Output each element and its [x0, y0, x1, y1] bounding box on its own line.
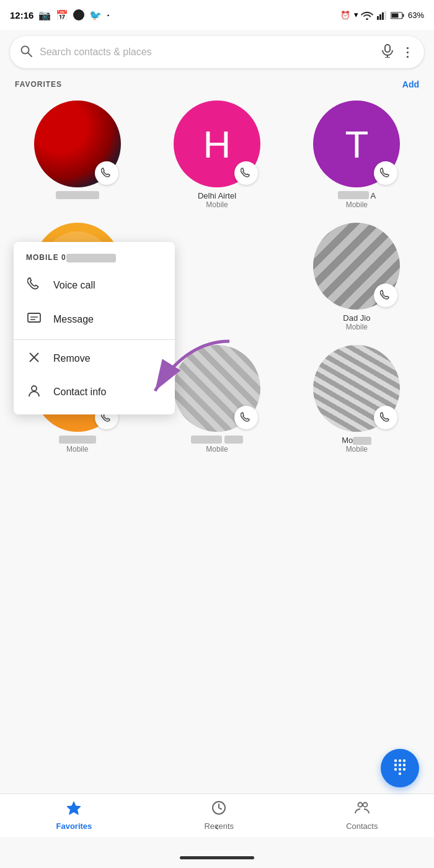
remove-item[interactable]: Remove: [14, 342, 175, 375]
back-chevron[interactable]: ‹: [215, 820, 219, 833]
voice-call-item[interactable]: Voice call: [14, 269, 175, 303]
clock-icon: [211, 800, 226, 819]
star-icon: [66, 800, 81, 819]
fav-info-3: A Mobile: [338, 191, 376, 209]
fav-sub-3: Mobile: [338, 200, 376, 209]
wifi-icon: ▾: [354, 10, 373, 20]
svg-rect-6: [402, 14, 404, 17]
dot-icon: ·: [107, 10, 109, 20]
fav-name-5: Dad Jio: [343, 313, 370, 323]
favorites-title: FAVORITES: [15, 80, 62, 89]
fav-name-1: [56, 191, 99, 200]
fav-info-6: Mobile: [59, 436, 96, 454]
fav-info-8: Mo Mobile: [342, 436, 371, 454]
contact-info-label: Contact info: [53, 387, 106, 398]
time: 12:16: [10, 10, 33, 20]
fav-contact-5[interactable]: Dad Jio Mobile: [287, 215, 427, 338]
dialpad-fab[interactable]: [381, 749, 419, 787]
search-placeholder: Search contacts & places: [40, 47, 374, 58]
svg-point-22: [403, 759, 405, 761]
call-badge-7[interactable]: [234, 406, 258, 429]
fav-name-3: A: [338, 191, 376, 200]
context-divider: [14, 339, 175, 340]
svg-point-0: [366, 18, 368, 20]
call-badge-2[interactable]: [234, 161, 258, 185]
fav-info-1: [56, 191, 99, 200]
people-icon: [355, 800, 370, 819]
signal-icon: [377, 10, 387, 20]
avatar-wrap-3: T: [313, 101, 400, 187]
avatar-wrap-5: [313, 223, 400, 310]
calendar-icon: 📅: [56, 9, 68, 21]
twitter-icon: 🐦: [89, 9, 102, 21]
x-icon: [26, 351, 42, 367]
fav-name-6a: [59, 436, 96, 445]
call-badge-5[interactable]: [374, 284, 397, 307]
fav-sub-5: Mobile: [343, 323, 370, 331]
avatar-wrap-8: [313, 345, 400, 432]
instagram-icon: 📷: [38, 9, 51, 21]
svg-line-9: [28, 53, 32, 56]
context-menu: MOBILE 0 Voice call Message Remove Conta…: [14, 242, 175, 414]
alarm-icon: ⏰: [340, 11, 350, 20]
avatar-wrap-7: [174, 345, 260, 432]
avatar-wrap-2: H: [174, 101, 260, 187]
person-icon: [26, 384, 42, 401]
nav-contacts[interactable]: Contacts: [346, 800, 378, 831]
svg-point-20: [394, 759, 397, 761]
call-badge-3[interactable]: [374, 161, 397, 185]
dialpad-icon: [391, 758, 409, 779]
svg-rect-7: [391, 14, 398, 18]
nav-favorites[interactable]: Favorites: [56, 800, 92, 831]
fav-contact-8[interactable]: Mo Mobile: [287, 338, 427, 460]
search-icon: [20, 45, 32, 60]
nav-recents-label: Recents: [204, 821, 234, 831]
fav-info-5: Dad Jio Mobile: [343, 313, 370, 331]
remove-label: Remove: [53, 353, 91, 364]
svg-marker-30: [67, 802, 81, 815]
favorites-row1: H Delhi Airtel Mobile T A Mobile: [0, 93, 434, 215]
message-label: Message: [53, 314, 94, 325]
fav-contact-1[interactable]: [7, 93, 147, 215]
fav-name-2: Delhi Airtel: [198, 191, 236, 200]
svg-point-28: [403, 767, 405, 770]
search-bar[interactable]: Search contacts & places ⋮: [10, 36, 424, 68]
more-options-icon[interactable]: ⋮: [401, 45, 414, 60]
svg-point-25: [403, 763, 405, 766]
svg-rect-13: [28, 313, 40, 322]
battery-percent: 63%: [408, 11, 424, 20]
fav-name-7: [191, 436, 243, 445]
context-menu-header: MOBILE 0: [14, 247, 175, 269]
svg-point-23: [394, 763, 397, 766]
voice-call-label: Voice call: [53, 280, 95, 291]
call-badge-1[interactable]: [95, 161, 118, 185]
svg-rect-3: [382, 12, 384, 20]
status-left: 12:16 📷 📅 🐦 ·: [10, 9, 110, 21]
contact-info-item[interactable]: Contact info: [14, 375, 175, 409]
call-badge-8[interactable]: [374, 406, 397, 429]
svg-point-24: [399, 763, 401, 766]
svg-rect-1: [377, 16, 379, 20]
fav-contact-2[interactable]: H Delhi Airtel Mobile: [147, 93, 286, 215]
fav-sub-6: Mobile: [59, 445, 96, 454]
svg-rect-4: [384, 11, 386, 20]
nav-recents[interactable]: Recents: [204, 800, 234, 831]
svg-rect-2: [379, 14, 381, 20]
nav-favorites-label: Favorites: [56, 821, 92, 831]
svg-point-21: [399, 759, 401, 761]
status-bar: 12:16 📷 📅 🐦 · ⏰ ▾: [0, 0, 434, 30]
svg-point-33: [363, 803, 367, 807]
add-favorites-button[interactable]: Add: [402, 79, 419, 89]
phone-icon: [26, 277, 42, 294]
message-item[interactable]: Message: [14, 303, 175, 337]
status-right: ⏰ ▾ 63%: [340, 10, 424, 20]
svg-point-26: [394, 767, 397, 770]
avatar-wrap-1: [34, 101, 121, 187]
fav-info-2: Delhi Airtel Mobile: [198, 191, 236, 209]
fav-sub-2: Mobile: [198, 200, 236, 209]
svg-point-18: [32, 386, 37, 391]
favorites-section-header: FAVORITES Add: [0, 74, 434, 93]
mic-icon[interactable]: [381, 44, 394, 61]
fav-contact-3[interactable]: T A Mobile: [287, 93, 427, 215]
svg-point-29: [399, 772, 401, 774]
